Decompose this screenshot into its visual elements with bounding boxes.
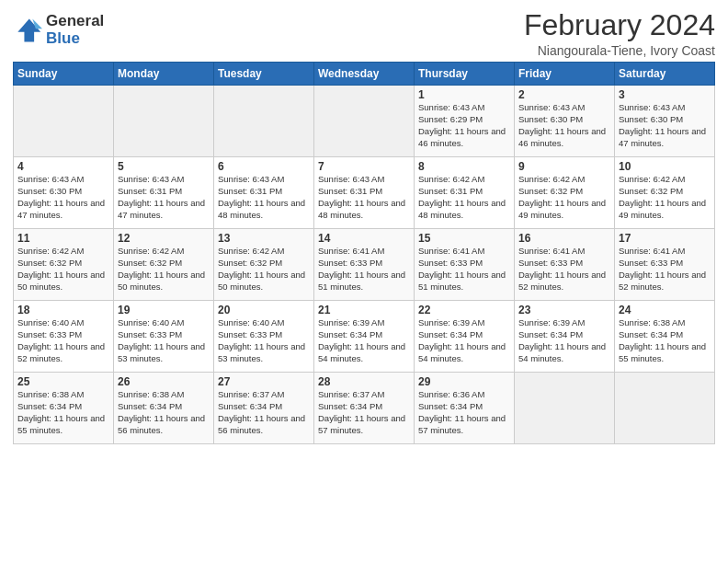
logo-general-text: General xyxy=(46,13,104,30)
day-number: 7 xyxy=(318,160,410,173)
day-number: 20 xyxy=(218,304,310,316)
calendar-cell: 11Sunrise: 6:42 AM Sunset: 6:32 PM Dayli… xyxy=(14,229,114,301)
day-number: 14 xyxy=(318,232,410,245)
day-info: Sunrise: 6:43 AM Sunset: 6:30 PM Dayligh… xyxy=(518,102,610,149)
day-number: 15 xyxy=(418,232,510,245)
day-info: Sunrise: 6:42 AM Sunset: 6:32 PM Dayligh… xyxy=(619,174,711,221)
calendar-cell xyxy=(515,373,615,444)
day-info: Sunrise: 6:42 AM Sunset: 6:32 PM Dayligh… xyxy=(118,246,210,293)
calendar-cell xyxy=(615,373,715,444)
day-info: Sunrise: 6:41 AM Sunset: 6:33 PM Dayligh… xyxy=(418,246,510,293)
day-info: Sunrise: 6:43 AM Sunset: 6:30 PM Dayligh… xyxy=(17,174,109,221)
weekday-header-row: SundayMondayTuesdayWednesdayThursdayFrid… xyxy=(14,63,715,86)
day-number: 18 xyxy=(17,304,109,316)
day-number: 2 xyxy=(518,88,610,101)
day-number: 10 xyxy=(619,160,711,173)
calendar-cell: 6Sunrise: 6:43 AM Sunset: 6:31 PM Daylig… xyxy=(214,157,314,229)
calendar-cell: 21Sunrise: 6:39 AM Sunset: 6:34 PM Dayli… xyxy=(314,301,415,373)
day-info: Sunrise: 6:38 AM Sunset: 6:34 PM Dayligh… xyxy=(17,389,109,436)
calendar-cell: 10Sunrise: 6:42 AM Sunset: 6:32 PM Dayli… xyxy=(615,157,715,229)
weekday-header-saturday: Saturday xyxy=(615,63,715,86)
logo-icon xyxy=(13,16,42,45)
day-info: Sunrise: 6:41 AM Sunset: 6:33 PM Dayligh… xyxy=(619,246,711,293)
calendar-cell: 24Sunrise: 6:38 AM Sunset: 6:34 PM Dayli… xyxy=(615,301,715,373)
day-number: 4 xyxy=(17,160,109,173)
calendar-cell: 22Sunrise: 6:39 AM Sunset: 6:34 PM Dayli… xyxy=(415,301,515,373)
day-number: 29 xyxy=(418,375,510,388)
day-info: Sunrise: 6:43 AM Sunset: 6:30 PM Dayligh… xyxy=(619,102,711,149)
day-number: 16 xyxy=(518,232,610,245)
logo-blue-text: Blue xyxy=(46,30,104,48)
day-number: 8 xyxy=(418,160,510,173)
subtitle: Niangourala-Tiene, Ivory Coast xyxy=(524,43,715,58)
day-number: 28 xyxy=(318,375,410,388)
calendar-cell: 2Sunrise: 6:43 AM Sunset: 6:30 PM Daylig… xyxy=(515,86,615,157)
day-info: Sunrise: 6:43 AM Sunset: 6:31 PM Dayligh… xyxy=(218,174,310,221)
weekday-header-sunday: Sunday xyxy=(14,63,114,86)
calendar-cell: 8Sunrise: 6:42 AM Sunset: 6:31 PM Daylig… xyxy=(415,157,515,229)
day-number: 11 xyxy=(17,232,109,245)
calendar-cell xyxy=(214,86,314,157)
day-number: 3 xyxy=(619,88,711,101)
day-number: 27 xyxy=(218,375,310,388)
day-number: 25 xyxy=(17,375,109,388)
day-info: Sunrise: 6:37 AM Sunset: 6:34 PM Dayligh… xyxy=(318,389,410,436)
weekday-header-monday: Monday xyxy=(114,63,214,86)
day-info: Sunrise: 6:38 AM Sunset: 6:34 PM Dayligh… xyxy=(619,317,711,364)
calendar-cell: 16Sunrise: 6:41 AM Sunset: 6:33 PM Dayli… xyxy=(515,229,615,301)
day-number: 19 xyxy=(118,304,210,316)
weekday-header-wednesday: Wednesday xyxy=(314,63,415,86)
calendar-cell: 12Sunrise: 6:42 AM Sunset: 6:32 PM Dayli… xyxy=(114,229,214,301)
calendar-cell: 25Sunrise: 6:38 AM Sunset: 6:34 PM Dayli… xyxy=(14,373,114,444)
calendar-cell: 1Sunrise: 6:43 AM Sunset: 6:29 PM Daylig… xyxy=(415,86,515,157)
calendar-cell: 7Sunrise: 6:43 AM Sunset: 6:31 PM Daylig… xyxy=(314,157,415,229)
day-info: Sunrise: 6:39 AM Sunset: 6:34 PM Dayligh… xyxy=(518,317,610,364)
calendar-cell: 15Sunrise: 6:41 AM Sunset: 6:33 PM Dayli… xyxy=(415,229,515,301)
calendar-cell xyxy=(14,86,114,157)
day-number: 9 xyxy=(518,160,610,173)
calendar-cell: 13Sunrise: 6:42 AM Sunset: 6:32 PM Dayli… xyxy=(214,229,314,301)
day-info: Sunrise: 6:40 AM Sunset: 6:33 PM Dayligh… xyxy=(118,317,210,364)
calendar-cell: 3Sunrise: 6:43 AM Sunset: 6:30 PM Daylig… xyxy=(615,86,715,157)
day-info: Sunrise: 6:39 AM Sunset: 6:34 PM Dayligh… xyxy=(318,317,410,364)
day-info: Sunrise: 6:37 AM Sunset: 6:34 PM Dayligh… xyxy=(218,389,310,436)
day-number: 21 xyxy=(318,304,410,316)
day-info: Sunrise: 6:39 AM Sunset: 6:34 PM Dayligh… xyxy=(418,317,510,364)
calendar-cell: 20Sunrise: 6:40 AM Sunset: 6:33 PM Dayli… xyxy=(214,301,314,373)
day-info: Sunrise: 6:42 AM Sunset: 6:32 PM Dayligh… xyxy=(518,174,610,221)
day-number: 26 xyxy=(118,375,210,388)
day-number: 6 xyxy=(218,160,310,173)
header: General Blue February 2024 Niangourala-T… xyxy=(13,9,715,58)
logo: General Blue xyxy=(13,13,104,47)
calendar-cell: 18Sunrise: 6:40 AM Sunset: 6:33 PM Dayli… xyxy=(14,301,114,373)
svg-marker-0 xyxy=(17,18,40,41)
calendar-cell: 9Sunrise: 6:42 AM Sunset: 6:32 PM Daylig… xyxy=(515,157,615,229)
day-info: Sunrise: 6:42 AM Sunset: 6:32 PM Dayligh… xyxy=(17,246,109,293)
calendar-cell: 19Sunrise: 6:40 AM Sunset: 6:33 PM Dayli… xyxy=(114,301,214,373)
day-info: Sunrise: 6:42 AM Sunset: 6:32 PM Dayligh… xyxy=(218,246,310,293)
day-info: Sunrise: 6:38 AM Sunset: 6:34 PM Dayligh… xyxy=(118,389,210,436)
calendar-week-4: 25Sunrise: 6:38 AM Sunset: 6:34 PM Dayli… xyxy=(14,373,715,444)
day-info: Sunrise: 6:40 AM Sunset: 6:33 PM Dayligh… xyxy=(17,317,109,364)
day-number: 24 xyxy=(619,304,711,316)
day-info: Sunrise: 6:41 AM Sunset: 6:33 PM Dayligh… xyxy=(518,246,610,293)
calendar-week-2: 11Sunrise: 6:42 AM Sunset: 6:32 PM Dayli… xyxy=(14,229,715,301)
day-info: Sunrise: 6:36 AM Sunset: 6:34 PM Dayligh… xyxy=(418,389,510,436)
calendar-cell: 26Sunrise: 6:38 AM Sunset: 6:34 PM Dayli… xyxy=(114,373,214,444)
weekday-header-friday: Friday xyxy=(515,63,615,86)
calendar-cell: 23Sunrise: 6:39 AM Sunset: 6:34 PM Dayli… xyxy=(515,301,615,373)
calendar-cell xyxy=(314,86,415,157)
calendar-week-1: 4Sunrise: 6:43 AM Sunset: 6:30 PM Daylig… xyxy=(14,157,715,229)
day-number: 1 xyxy=(418,88,510,101)
day-info: Sunrise: 6:43 AM Sunset: 6:29 PM Dayligh… xyxy=(418,102,510,149)
calendar-cell: 4Sunrise: 6:43 AM Sunset: 6:30 PM Daylig… xyxy=(14,157,114,229)
day-number: 17 xyxy=(619,232,711,245)
day-number: 23 xyxy=(518,304,610,316)
day-number: 13 xyxy=(218,232,310,245)
calendar-table: SundayMondayTuesdayWednesdayThursdayFrid… xyxy=(13,62,715,444)
calendar-cell: 27Sunrise: 6:37 AM Sunset: 6:34 PM Dayli… xyxy=(214,373,314,444)
calendar-week-0: 1Sunrise: 6:43 AM Sunset: 6:29 PM Daylig… xyxy=(14,86,715,157)
calendar-cell: 29Sunrise: 6:36 AM Sunset: 6:34 PM Dayli… xyxy=(415,373,515,444)
title-block: February 2024 Niangourala-Tiene, Ivory C… xyxy=(524,9,715,58)
day-info: Sunrise: 6:42 AM Sunset: 6:31 PM Dayligh… xyxy=(418,174,510,221)
